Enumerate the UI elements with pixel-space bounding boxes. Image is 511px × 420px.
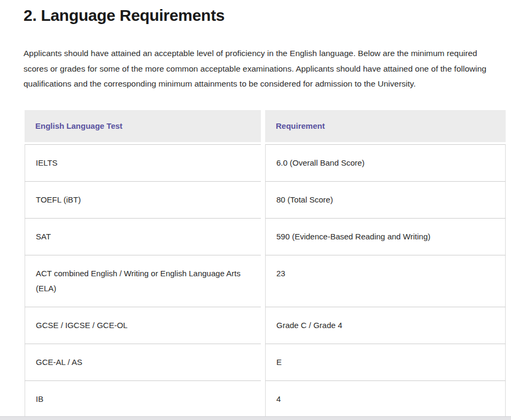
table-cell-test: IB (25, 380, 261, 417)
table-cell-test: ACT combined English / Writing or Englis… (25, 255, 261, 307)
table-cell-requirement: 4 (265, 380, 506, 417)
table-cell-test: GCE-AL / AS (25, 344, 261, 380)
page-bottom-strip (0, 416, 511, 420)
table-cell-test: SAT (25, 218, 261, 255)
table-cell-requirement: 23 (265, 255, 506, 307)
table-cell-test: GCSE / IGCSE / GCE-OL (25, 307, 261, 344)
requirements-table: English Language Test Requirement IELTS … (25, 110, 506, 417)
table-cell-requirement: Grade C / Grade 4 (265, 307, 506, 344)
page-title: 2. Language Requirements (24, 6, 505, 25)
table-cell-requirement: 590 (Evidence-Based Reading and Writing) (265, 218, 506, 255)
table-header-requirement: Requirement (265, 110, 506, 142)
table-cell-test: TOEFL (iBT) (25, 181, 261, 218)
intro-paragraph: Applicants should have attained an accep… (24, 46, 499, 92)
table-cell-requirement: 6.0 (Overall Band Score) (265, 144, 506, 181)
page-content: 2. Language Requirements Applicants shou… (0, 0, 511, 417)
table-cell-requirement: 80 (Total Score) (265, 181, 506, 218)
table-header-english-language-test: English Language Test (25, 110, 261, 142)
table-cell-test: IELTS (25, 144, 261, 181)
table-cell-requirement: E (265, 344, 506, 380)
